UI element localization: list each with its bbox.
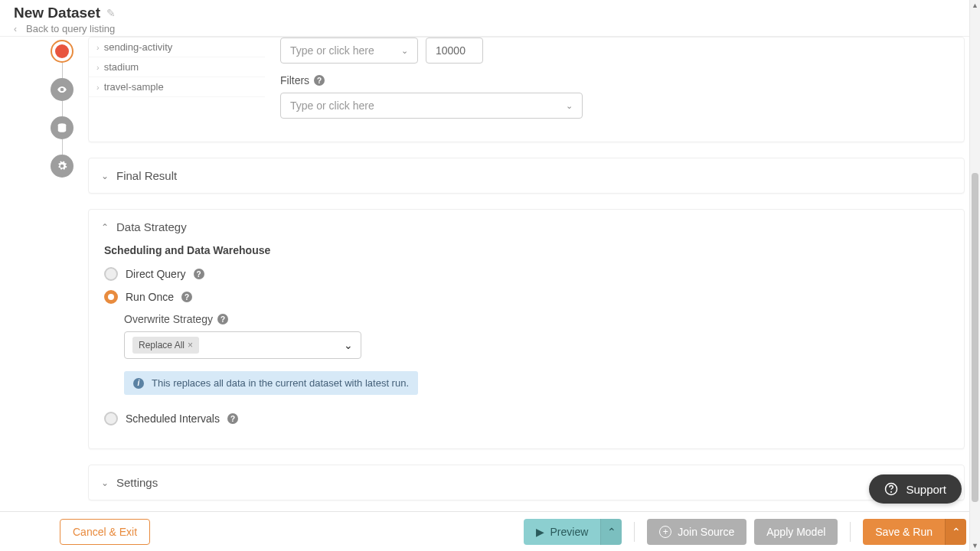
page-title: New Dataset bbox=[14, 5, 100, 21]
tree-label: stadium bbox=[104, 61, 139, 73]
scrollbar-thumb[interactable] bbox=[972, 173, 978, 502]
source-card: › sending-activity › stadium › travel-sa… bbox=[88, 37, 965, 142]
support-button[interactable]: Support bbox=[869, 474, 962, 504]
scroll-up-icon[interactable]: ▲ bbox=[970, 0, 980, 11]
radio-run-once[interactable]: Run Once ? bbox=[104, 290, 950, 304]
stepper bbox=[50, 40, 74, 178]
help-circle-icon bbox=[884, 482, 898, 496]
help-icon[interactable]: ? bbox=[227, 413, 238, 424]
back-label: Back to query listing bbox=[26, 23, 115, 34]
filters-label: Filters ? bbox=[280, 74, 950, 86]
chevron-down-icon: ⌄ bbox=[566, 101, 573, 111]
chevron-down-icon: ⌄ bbox=[101, 478, 109, 488]
radio-label: Scheduled Intervals bbox=[126, 412, 220, 425]
chevron-down-icon: ⌄ bbox=[344, 339, 353, 351]
final-result-toggle[interactable]: ⌄ Final Result bbox=[89, 158, 964, 193]
final-result-card: ⌄ Final Result bbox=[88, 158, 965, 194]
help-icon[interactable]: ? bbox=[217, 314, 228, 324]
eye-icon bbox=[57, 84, 67, 95]
card-title: Final Result bbox=[116, 169, 177, 182]
tree-item[interactable]: › stadium bbox=[89, 57, 265, 77]
tree-item[interactable]: › sending-activity bbox=[89, 37, 265, 57]
support-label: Support bbox=[906, 483, 946, 496]
help-icon[interactable]: ? bbox=[194, 269, 204, 279]
columns-select[interactable]: Type or click here ⌄ bbox=[280, 37, 418, 64]
gear-icon bbox=[57, 161, 67, 171]
card-title: Data Strategy bbox=[116, 220, 187, 233]
step-preview[interactable] bbox=[51, 78, 74, 101]
chevron-left-icon: ‹ bbox=[14, 24, 21, 34]
source-logo-icon bbox=[55, 44, 69, 58]
overwrite-label: Overwrite Strategy ? bbox=[124, 313, 950, 325]
filters-select[interactable]: Type or click here ⌄ bbox=[280, 93, 583, 119]
select-placeholder: Type or click here bbox=[290, 99, 374, 112]
chevron-down-icon: ⌄ bbox=[401, 46, 408, 56]
tree-label: travel-sample bbox=[104, 81, 164, 93]
select-placeholder: Type or click here bbox=[290, 44, 374, 57]
radio-icon bbox=[104, 412, 118, 425]
remove-tag-icon[interactable]: × bbox=[188, 340, 193, 350]
settings-card: ⌄ Settings bbox=[88, 465, 965, 500]
overwrite-tag: Replace All × bbox=[132, 337, 199, 354]
edit-icon[interactable]: ✎ bbox=[106, 7, 116, 19]
chevron-down-icon: ⌄ bbox=[101, 171, 109, 181]
help-icon[interactable]: ? bbox=[181, 292, 192, 302]
radio-icon bbox=[104, 267, 118, 281]
chevron-right-icon: › bbox=[96, 43, 100, 52]
info-message: i This replaces all data in the current … bbox=[124, 371, 418, 395]
tree-label: sending-activity bbox=[104, 41, 173, 53]
footer-bar: Cancel & Exit ▶ Preview ⌃ + Join Source … bbox=[0, 511, 980, 514]
step-settings[interactable] bbox=[51, 155, 74, 178]
source-tree: › sending-activity › stadium › travel-sa… bbox=[89, 37, 265, 119]
help-icon[interactable]: ? bbox=[314, 75, 325, 86]
step-source[interactable] bbox=[51, 40, 74, 63]
radio-icon bbox=[104, 290, 118, 304]
step-strategy[interactable] bbox=[51, 116, 74, 139]
chevron-up-icon: ⌃ bbox=[101, 222, 109, 233]
tree-item[interactable]: › travel-sample bbox=[89, 77, 265, 97]
radio-scheduled[interactable]: Scheduled Intervals ? bbox=[104, 412, 950, 425]
radio-label: Direct Query bbox=[126, 268, 186, 280]
radio-direct-query[interactable]: Direct Query ? bbox=[104, 267, 950, 281]
settings-toggle[interactable]: ⌄ Settings bbox=[89, 465, 964, 500]
data-strategy-toggle[interactable]: ⌃ Data Strategy bbox=[89, 210, 964, 244]
scheduling-title: Scheduling and Data Warehouse bbox=[104, 244, 950, 256]
info-icon: i bbox=[133, 378, 144, 389]
card-title: Settings bbox=[116, 476, 158, 489]
radio-label: Run Once bbox=[126, 291, 174, 303]
overwrite-select[interactable]: Replace All × ⌄ bbox=[124, 331, 361, 359]
data-strategy-card: ⌃ Data Strategy Scheduling and Data Ware… bbox=[88, 209, 965, 449]
limit-input[interactable] bbox=[426, 37, 483, 64]
info-text: This replaces all data in the current da… bbox=[152, 377, 409, 389]
back-link[interactable]: ‹ Back to query listing bbox=[14, 23, 115, 34]
svg-point-1 bbox=[891, 491, 892, 492]
database-icon bbox=[57, 122, 67, 133]
chevron-right-icon: › bbox=[96, 83, 100, 92]
scrollbar[interactable]: ▲ ▼ bbox=[969, 0, 980, 514]
chevron-right-icon: › bbox=[96, 63, 100, 72]
